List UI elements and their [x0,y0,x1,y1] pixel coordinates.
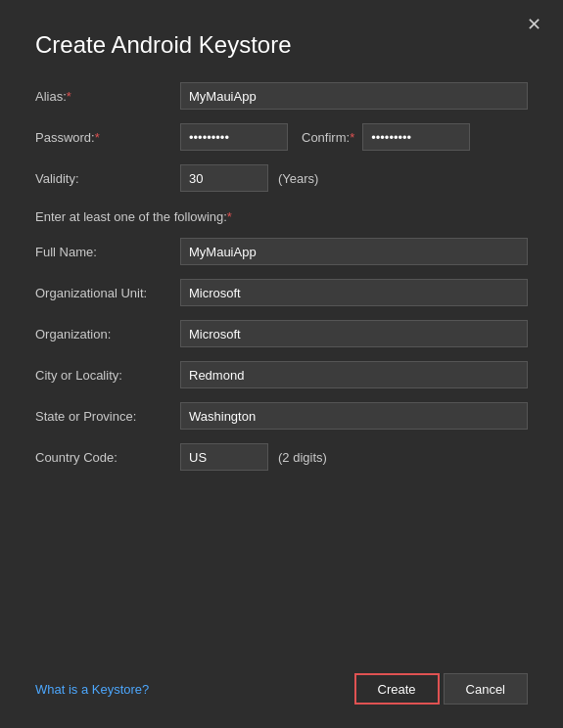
create-keystore-dialog: ✕ Create Android Keystore Alias:* Passwo… [0,0,563,728]
footer-buttons: Create Cancel [354,673,529,705]
dialog-title: Create Android Keystore [0,0,563,82]
fullname-input[interactable] [180,238,528,265]
state-label: State or Province: [35,409,180,424]
validity-label: Validity: [35,171,180,186]
city-input[interactable] [180,361,528,388]
org-label: Organization: [35,327,180,341]
keystore-link[interactable]: What is a Keystore? [35,682,149,697]
state-row: State or Province: [35,402,528,430]
alias-input[interactable] [180,82,528,110]
validity-unit: (Years) [278,171,318,186]
orgunit-row: Organizational Unit: [35,279,528,306]
password-required: * [95,130,100,145]
alias-row: Alias:* [35,82,528,110]
city-row: City or Locality: [35,361,528,388]
country-note: (2 digits) [278,450,327,465]
alias-required: * [67,89,71,104]
orgunit-label: Organizational Unit: [35,286,180,300]
password-input[interactable] [180,123,288,151]
fullname-label: Full Name: [35,245,180,259]
fullname-row: Full Name: [35,238,528,265]
section-note: Enter at least one of the following:* [35,205,528,224]
state-input[interactable] [180,402,528,430]
confirm-required: * [350,130,354,145]
close-button[interactable]: ✕ [521,12,547,37]
alias-label: Alias:* [35,89,180,104]
orgunit-input[interactable] [180,279,528,306]
validity-row: Validity: (Years) [35,164,528,192]
cancel-button[interactable]: Cancel [444,673,528,705]
form-area: Alias:* Password:* Confirm:* Validity: (… [0,82,563,658]
city-label: City or Locality: [35,368,180,383]
password-row: Password:* Confirm:* [35,123,528,151]
country-input[interactable] [180,443,268,471]
confirm-label: Confirm:* [302,130,354,145]
org-row: Organization: [35,320,528,347]
country-label: Country Code: [35,450,180,465]
country-row: Country Code: (2 digits) [35,443,528,471]
dialog-footer: What is a Keystore? Create Cancel [0,658,563,728]
validity-input[interactable] [180,164,268,192]
confirm-input[interactable] [362,123,470,151]
password-label: Password:* [35,130,180,145]
close-icon: ✕ [527,15,541,34]
create-button[interactable]: Create [354,673,440,705]
org-input[interactable] [180,320,528,347]
section-required: * [227,209,232,224]
